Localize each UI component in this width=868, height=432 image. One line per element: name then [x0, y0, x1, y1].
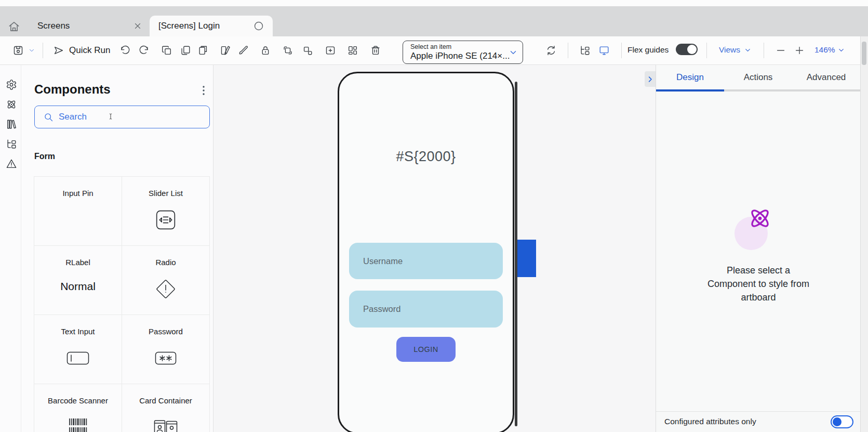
layout-button[interactable] — [347, 45, 358, 56]
components-rail-button[interactable] — [6, 99, 17, 110]
toggle-knob — [687, 45, 697, 54]
component-label: Barcode Scanner — [34, 396, 122, 405]
component-item-input-pin[interactable]: Input Pin — [34, 177, 122, 246]
component-label: Text Input — [34, 327, 122, 336]
toolbar-divider — [568, 43, 568, 58]
username-field[interactable]: Username — [349, 243, 503, 279]
chevron-down-icon — [509, 48, 518, 57]
style-panel: Design Actions Advanced Please select a … — [656, 65, 861, 432]
flex-guides-toggle[interactable] — [676, 44, 698, 55]
artboard-screen-title[interactable]: #S{2000} — [339, 149, 513, 165]
brush-button[interactable] — [238, 45, 249, 56]
tree-view-button[interactable] — [579, 45, 591, 56]
tab-actions[interactable]: Actions — [724, 72, 792, 83]
tab-status-circle-icon — [253, 21, 264, 31]
ungroup-button[interactable] — [302, 45, 313, 56]
component-search-input[interactable] — [58, 107, 200, 127]
save-icon — [12, 45, 24, 56]
component-label: Card Container — [122, 396, 209, 405]
paste-button[interactable] — [197, 45, 209, 56]
component-label: Radio — [122, 258, 209, 267]
chevron-right-icon — [646, 75, 654, 83]
component-item-card-container[interactable]: Card Container — [122, 384, 210, 432]
tab-advanced[interactable]: Advanced — [792, 72, 860, 83]
app-scrollbar[interactable] — [860, 36, 868, 432]
quick-run-button[interactable] — [53, 45, 64, 56]
toolbar-divider — [706, 43, 707, 58]
radio-icon — [154, 277, 178, 301]
expand-panel-button[interactable] — [645, 71, 656, 87]
component-item-password[interactable]: Password — [122, 315, 210, 384]
warnings-icon — [6, 158, 17, 169]
components-menu-button[interactable] — [200, 85, 207, 96]
component-label: Input Pin — [34, 189, 122, 198]
text-input-icon — [66, 351, 89, 365]
lock-button[interactable] — [260, 45, 271, 56]
layout-icon — [347, 45, 358, 56]
brush-icon — [238, 45, 249, 56]
empty-state-message: Please select a Component to style from … — [701, 264, 816, 304]
add-screen-icon — [325, 45, 336, 56]
zoom-level-dropdown[interactable]: 146% — [814, 45, 835, 55]
tab-screens-login[interactable]: [Screens] Login — [150, 16, 273, 36]
preview-button[interactable] — [598, 45, 610, 56]
password-icon — [155, 351, 177, 365]
kebab-menu-icon — [200, 85, 207, 96]
duplicate-button[interactable] — [180, 45, 191, 56]
hierarchy-rail-button[interactable] — [6, 138, 17, 150]
chevron-down-icon — [837, 46, 845, 54]
quick-run-label[interactable]: Quick Run — [69, 45, 110, 56]
atom-illustration — [656, 205, 861, 252]
sync-button[interactable] — [545, 45, 557, 56]
component-item-slider-list[interactable]: Slider List — [122, 177, 210, 246]
component-item-barcode-scanner[interactable]: Barcode Scanner — [34, 384, 122, 432]
undo-icon — [119, 45, 131, 56]
password-placeholder: Password — [363, 291, 400, 328]
close-tab-button[interactable] — [133, 21, 142, 31]
undo-button[interactable] — [119, 45, 131, 56]
component-item-rlabel[interactable]: RLabel Normal — [34, 246, 122, 315]
copy-button[interactable] — [161, 45, 172, 56]
app-scrollbar-thumb[interactable] — [862, 42, 866, 65]
home-button[interactable] — [7, 20, 21, 33]
toggle-knob — [833, 417, 842, 426]
atom-icon — [747, 205, 773, 231]
redo-button[interactable] — [138, 45, 150, 56]
toolbar-divider — [621, 43, 622, 58]
redo-icon — [138, 45, 150, 56]
tab-design[interactable]: Design — [656, 72, 724, 83]
save-options-button[interactable] — [28, 47, 35, 58]
components-panel-title: Components — [34, 82, 111, 97]
settings-rail-button[interactable] — [6, 79, 17, 90]
slider-list-icon — [156, 210, 176, 230]
library-rail-button[interactable] — [6, 119, 17, 130]
password-field[interactable]: Password — [349, 291, 503, 328]
selection-rect[interactable] — [516, 240, 536, 277]
theme-button[interactable] — [220, 45, 231, 56]
phone-artboard[interactable]: #S{2000} Username Password LOGIN — [338, 72, 514, 432]
zoom-out-button[interactable] — [775, 45, 786, 56]
save-button[interactable] — [12, 45, 24, 56]
hierarchy-icon — [6, 138, 17, 150]
style-panel-footer: Configured attributes only — [656, 411, 861, 432]
search-icon — [43, 112, 54, 123]
tab-screens[interactable]: Screens — [37, 21, 70, 31]
views-dropdown[interactable]: Views — [719, 45, 740, 55]
delete-button[interactable] — [370, 45, 381, 56]
login-button[interactable]: LOGIN — [396, 337, 456, 362]
active-tab-indicator — [656, 89, 724, 91]
ungroup-icon — [302, 45, 313, 56]
group-button[interactable] — [282, 45, 293, 56]
copy-icon — [161, 45, 172, 56]
component-item-text-input[interactable]: Text Input — [34, 315, 122, 384]
group-icon — [282, 45, 293, 56]
empty-state: Please select a Component to style from … — [656, 205, 861, 304]
design-canvas[interactable]: #S{2000} Username Password LOGIN — [213, 65, 656, 432]
device-selector[interactable]: Select an item Apple iPhone SE (214×... — [403, 41, 523, 64]
add-screen-button[interactable] — [325, 45, 336, 56]
tab-label: [Screens] Login — [158, 21, 220, 31]
component-item-radio[interactable]: Radio — [122, 246, 210, 315]
configured-attributes-toggle[interactable] — [831, 415, 853, 428]
zoom-in-button[interactable] — [794, 45, 805, 56]
warnings-rail-button[interactable] — [6, 158, 17, 169]
